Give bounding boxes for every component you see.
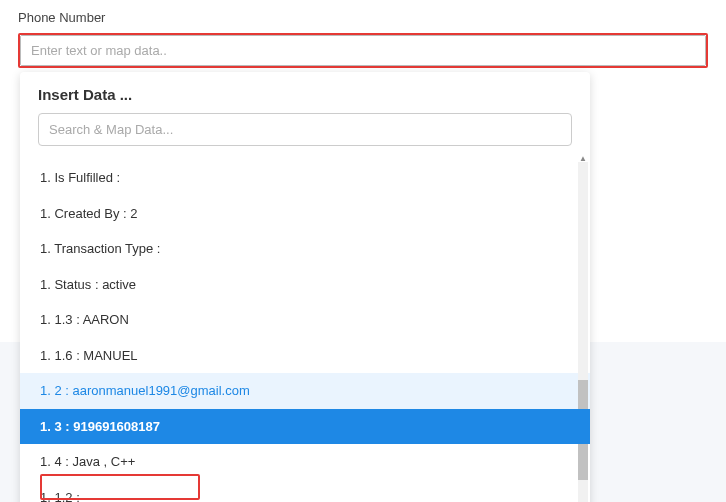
list-item[interactable]: 1. 3 : 919691608187 <box>20 409 590 445</box>
list-item[interactable]: 1. 2 : aaronmanuel1991@gmail.com <box>20 373 590 409</box>
list-item[interactable]: 1. 1.6 : MANUEL <box>20 338 590 374</box>
list-item[interactable]: 1. 1.2 : <box>20 480 590 503</box>
list-item[interactable]: 1. 4 : Java , C++ <box>20 444 590 480</box>
phone-number-input[interactable] <box>21 36 705 65</box>
list-item[interactable]: 1. Created By : 2 <box>20 196 590 232</box>
list-item[interactable]: 1. 1.3 : AARON <box>20 302 590 338</box>
list-item[interactable]: 1. Is Fulfilled : <box>20 160 590 196</box>
list-item[interactable]: 1. Status : active <box>20 267 590 303</box>
popover-title: Insert Data ... <box>20 72 590 113</box>
phone-number-label: Phone Number <box>18 10 708 25</box>
search-input[interactable] <box>38 113 572 146</box>
data-list: ▲ 1. Is Fulfilled :1. Created By : 21. T… <box>20 156 590 502</box>
insert-data-popover: Insert Data ... ▲ 1. Is Fulfilled :1. Cr… <box>20 72 590 502</box>
list-item[interactable]: 1. Transaction Type : <box>20 231 590 267</box>
phone-input-highlight <box>18 33 708 68</box>
